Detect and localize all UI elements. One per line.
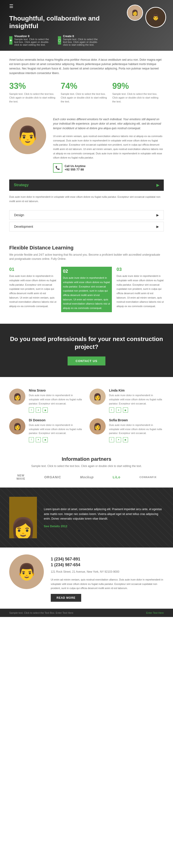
partner-logo-5: CONNANFIX — [139, 476, 157, 478]
team-desc-1: Duis aute irure dolor in reprehenderit i… — [29, 393, 84, 406]
contact-emoji: 👨 — [16, 562, 37, 581]
footer-link[interactable]: Enter Text Here — [146, 612, 164, 614]
call-number: +92 555 77 88 — [65, 168, 85, 171]
stat-item-3: 99% Sample text. Click to select the tex… — [112, 81, 164, 103]
team-member-1: 👩 Nina Sravo Duis aute irure dolor in re… — [9, 389, 84, 412]
learning-number-1: 01 — [9, 267, 57, 272]
contact-body: Ut enim ad minim veniam, quis nostrud ex… — [51, 578, 164, 590]
instagram-icon-4[interactable]: ◉ — [123, 437, 128, 442]
avatar-1-image: 👩 — [128, 5, 142, 20]
cta-title: Do you need professionals for your next … — [9, 335, 164, 351]
hero-icon-create: ⬡ Create It Sample text. Click to select… — [58, 35, 102, 46]
contact-address: 121 Rock Street, 21 Avenue, New York, NY… — [51, 570, 164, 574]
contact-us-button[interactable]: CONTACT US — [68, 356, 105, 366]
contact-section: 👨 1 (234) 567-891 1 (234) 987-654 121 Ro… — [0, 548, 173, 609]
partners-section: Information partners Sample text. Click … — [0, 449, 173, 488]
partner-logo-4: LiLo — [113, 475, 120, 479]
bio-content: 👩 Lorem ipsum dolor sit amet, consectetu… — [0, 488, 173, 548]
team-info-2: Linda Kim Duis aute irure dolor in repre… — [109, 389, 164, 412]
team-member-2: 👩 Linda Kim Duis aute irure dolor in rep… — [90, 389, 164, 412]
partners-logos: NEWWAVE ORGANIC Mockup LiLo CONNANFIX — [9, 474, 164, 480]
partner-logo-3: Mockup — [80, 475, 94, 479]
partners-subtitle: Sample text. Click to select the text bo… — [9, 464, 164, 468]
instagram-icon-3[interactable]: ◉ — [43, 437, 48, 442]
bio-person-emoji: 👩 — [10, 516, 36, 538]
strategy-header[interactable]: Strategy ▶ — [9, 180, 164, 191]
cta-section: Do you need professionals for your next … — [0, 324, 173, 377]
hero-icons: ✦ Visualizer 8 Sample text. Click to sel… — [9, 35, 102, 46]
team-desc-3: Duis aute irure dolor in reprehenderit i… — [29, 423, 84, 435]
contact-phone-1: 1 (234) 567-891 — [51, 557, 164, 562]
strategy-item-development-arrow: ▶ — [157, 225, 159, 228]
profile-section: 👨 Each color evokes different emotions f… — [0, 110, 173, 180]
phone-icon: 📞 — [53, 163, 62, 173]
facebook-icon-2[interactable]: f — [109, 407, 114, 412]
partners-title: Information partners — [9, 456, 164, 462]
team-info-1: Nina Sravo Duis aute irure dolor in repr… — [29, 389, 84, 412]
learning-col-2: 02 Duis aute irure dolor in reprehenderi… — [61, 267, 112, 312]
facebook-icon-1[interactable]: f — [29, 407, 34, 412]
avatar-2: 👨 — [145, 7, 166, 28]
stat-label-3: Sample text. Click to select the text bo… — [112, 92, 159, 103]
facebook-icon-3[interactable]: f — [29, 437, 34, 442]
learning-section: Flexible Distance Learning We provide fl… — [0, 238, 173, 319]
team-avatar-4: 👩 — [90, 418, 106, 434]
stat-label-1: Sample text. Click to select the text bo… — [9, 92, 56, 103]
twitter-icon-2[interactable]: ✦ — [116, 407, 121, 412]
call-label: Call Us Anytime — [65, 164, 85, 168]
team-name-1: Nina Sravo — [29, 389, 84, 392]
team-avatar-1-emoji: 👩 — [13, 393, 22, 401]
create-title: Create It — [63, 35, 102, 38]
bio-quote: Lorem ipsum dolor sit amet, consectetur … — [44, 507, 164, 521]
strategy-item-development[interactable]: Development ▶ — [9, 222, 164, 231]
learning-number-2: 02 — [63, 269, 110, 274]
team-name-3: Di Dowson — [29, 418, 84, 422]
strategy-title: Strategy — [14, 183, 29, 187]
stats-intro-text: Amet luctus venenatis lectus magna fring… — [9, 58, 164, 75]
team-info-4: Sofia Brown Duis aute irure dolor in rep… — [109, 418, 164, 442]
strategy-description: Duis aute irure dolor in reprehenderit i… — [9, 191, 164, 207]
contact-info: 1 (234) 567-891 1 (234) 987-654 121 Rock… — [51, 554, 164, 602]
learning-text-1: Duis aute irure dolor in reprehenderit i… — [9, 274, 57, 309]
strategy-section: Strategy ▶ Duis aute irure dolor in repr… — [0, 180, 173, 238]
team-desc-2: Duis aute irure dolor in reprehenderit i… — [109, 393, 164, 406]
footer: Sample text. Click to select the Text Bo… — [0, 609, 173, 617]
team-avatar-2-emoji: 👩 — [94, 393, 102, 401]
hamburger-icon[interactable]: ☰ — [9, 3, 13, 9]
stat-item-1: 33% Sample text. Click to select the tex… — [9, 81, 61, 103]
learning-col-1: 01 Duis aute irure dolor in reprehenderi… — [9, 267, 57, 312]
team-name-2: Linda Kim — [109, 389, 164, 392]
team-social-2: f ✦ ◉ — [109, 407, 164, 412]
stats-section: Amet luctus venenatis lectus magna fring… — [0, 51, 173, 110]
hero-title: Thoughtful, collaborative and insightful — [9, 14, 102, 30]
profile-content: Each color evokes different emotions for… — [53, 117, 164, 173]
visualizer-description: Sample text. Click to select the text bo… — [14, 38, 53, 46]
instagram-icon-2[interactable]: ◉ — [123, 407, 128, 412]
profile-emoji: 👨 — [16, 125, 39, 147]
hero-icon-visualizer: ✦ Visualizer 8 Sample text. Click to sel… — [9, 35, 53, 46]
team-member-4: 👩 Sofia Brown Duis aute irure dolor in r… — [90, 418, 164, 442]
learning-subtitle: We provide flexible and 24/7 active lear… — [9, 253, 164, 261]
facebook-icon-4[interactable]: f — [109, 437, 114, 442]
create-description: Sample text. Click to select the text bo… — [63, 38, 102, 46]
bio-author: See Details 2012 — [44, 524, 164, 528]
team-social-1: f ✦ ◉ — [29, 407, 84, 412]
visualizer-title: Visualizer 8 — [14, 35, 53, 38]
learning-number-3: 03 — [116, 267, 164, 272]
team-social-4: f ✦ ◉ — [109, 437, 164, 442]
strategy-item-design[interactable]: Design ▶ — [9, 210, 164, 220]
twitter-icon-3[interactable]: ✦ — [36, 437, 41, 442]
twitter-icon-4[interactable]: ✦ — [116, 437, 121, 442]
contact-avatar: 👨 — [9, 554, 44, 589]
read-more-button[interactable]: READ MORE — [51, 594, 81, 602]
footer-copyright: Sample text. Click to select the Text Bo… — [9, 612, 73, 614]
team-member-3: 👩 Di Dowson Duis aute irure dolor in rep… — [9, 418, 84, 442]
bio-text-area: Lorem ipsum dolor sit amet, consectetur … — [44, 507, 164, 528]
team-grid: 👩 Nina Sravo Duis aute irure dolor in re… — [9, 389, 164, 442]
twitter-icon-1[interactable]: ✦ — [36, 407, 41, 412]
team-avatar-3: 👩 — [9, 418, 25, 434]
hero-avatars: 👩 👨 — [127, 5, 166, 28]
instagram-icon-1[interactable]: ◉ — [43, 407, 48, 412]
strategy-item-design-label: Design — [14, 213, 24, 217]
profile-avatar: 👨 — [9, 117, 46, 154]
